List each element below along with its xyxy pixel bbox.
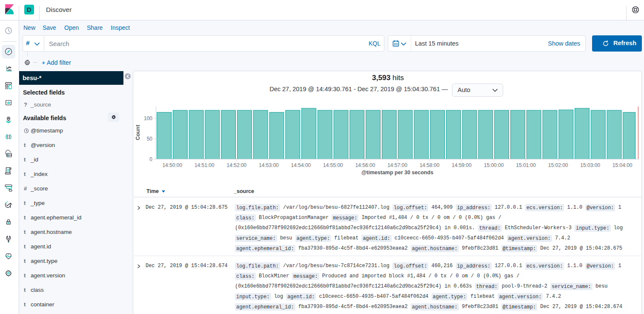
svg-text:100: 100	[144, 115, 152, 121]
svg-text:14:50:00: 14:50:00	[162, 162, 182, 168]
svg-text:14:55:00: 14:55:00	[323, 162, 343, 168]
svg-text:14:58:00: 14:58:00	[420, 162, 440, 168]
svg-text:15:04:00: 15:04:00	[613, 162, 633, 168]
svg-text:15:00:00: 15:00:00	[484, 162, 504, 168]
svg-text:14:57:00: 14:57:00	[387, 162, 407, 168]
svg-text:14:54:00: 14:54:00	[291, 162, 311, 168]
svg-text:14:53:00: 14:53:00	[259, 162, 279, 168]
svg-text:14:52:00: 14:52:00	[227, 162, 247, 168]
svg-text:14:51:00: 14:51:00	[195, 162, 215, 168]
svg-text:14:56:00: 14:56:00	[355, 162, 375, 168]
svg-text:50: 50	[147, 136, 153, 142]
svg-text:15:03:00: 15:03:00	[580, 162, 600, 168]
svg-text:15:02:00: 15:02:00	[548, 162, 568, 168]
svg-text:0: 0	[149, 156, 152, 162]
svg-text:15:01:00: 15:01:00	[516, 162, 536, 168]
svg-text:@timestamp per 30 seconds: @timestamp per 30 seconds	[361, 170, 433, 176]
svg-text:14:59:00: 14:59:00	[452, 162, 472, 168]
svg-text:Count: Count	[135, 124, 141, 140]
